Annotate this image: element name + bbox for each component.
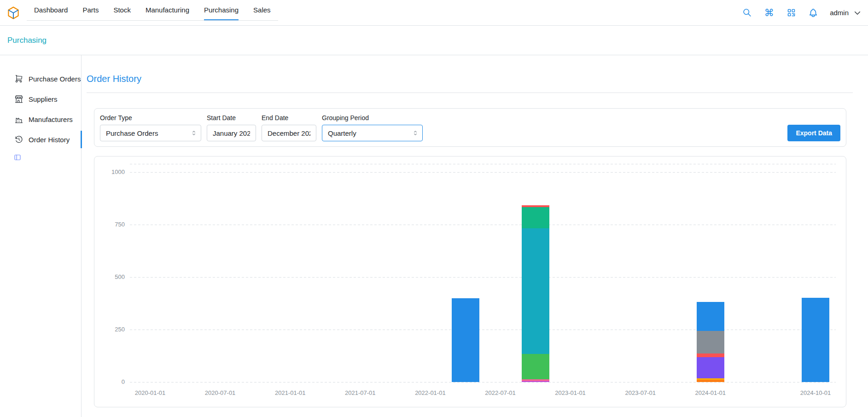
grouping-period-select[interactable]: Quarterly (322, 125, 423, 141)
header-actions: ⌘ admin (741, 0, 868, 25)
chart-gridline (130, 172, 836, 173)
start-date-group: Start Date (207, 114, 256, 141)
select-chevrons-icon (412, 130, 419, 136)
sidebar-item-order-history[interactable]: Order History (0, 129, 81, 150)
export-data-button[interactable]: Export Data (787, 125, 840, 141)
sidebar-item-manufacturers[interactable]: Manufacturers (0, 109, 81, 129)
order-type-value: Purchase Orders (106, 129, 158, 137)
user-menu[interactable]: admin (830, 9, 862, 17)
chart-gridline (130, 277, 836, 278)
sidebar-collapse-button[interactable] (13, 153, 22, 163)
page: Dashboard Parts Stock Manufacturing Purc… (0, 0, 868, 417)
command-icon: ⌘ (764, 8, 774, 17)
history-icon (14, 135, 23, 144)
breadcrumb: Purchasing (0, 26, 868, 55)
bar-segment (697, 380, 724, 382)
content: Purchase Orders Suppliers Manufacturers (0, 55, 868, 417)
bar-segment (452, 298, 479, 382)
end-date-group: End Date (262, 114, 316, 141)
app-logo[interactable] (6, 0, 20, 25)
x-axis-tick-label: 2022-01-01 (400, 389, 460, 396)
inventree-logo-icon (6, 6, 20, 20)
chart-gridline (130, 382, 836, 382)
select-chevrons-icon (191, 130, 197, 136)
tab-dashboard[interactable]: Dashboard (27, 0, 75, 20)
tab-manufacturing[interactable]: Manufacturing (138, 0, 197, 20)
grouping-period-value: Quarterly (328, 129, 356, 137)
tab-stock[interactable]: Stock (106, 0, 138, 20)
grouping-period-label: Grouping Period (322, 114, 423, 122)
order-type-group: Order Type Purchase Orders (100, 114, 201, 141)
search-icon (742, 8, 752, 17)
x-axis-tick-label: 2022-07-01 (471, 389, 530, 396)
filter-panel: Order Type Purchase Orders Start Date En… (94, 108, 846, 147)
sidebar: Purchase Orders Suppliers Manufacturers (0, 55, 82, 417)
bar-segment (522, 205, 549, 208)
tab-parts[interactable]: Parts (75, 0, 106, 20)
x-axis-tick-label: 2023-01-01 (541, 389, 600, 396)
tab-purchasing[interactable]: Purchasing (197, 0, 246, 20)
order-type-select[interactable]: Purchase Orders (100, 125, 201, 141)
notifications-button[interactable] (808, 7, 819, 18)
sidebar-item-label: Suppliers (29, 95, 58, 103)
sidebar-item-purchase-orders[interactable]: Purchase Orders (0, 69, 81, 89)
y-axis-tick-label: 750 (94, 221, 125, 228)
shopping-cart-icon (14, 74, 23, 83)
y-axis-tick-label: 500 (94, 273, 125, 280)
chart-gridline (130, 164, 836, 164)
breadcrumb-purchasing[interactable]: Purchasing (7, 36, 47, 45)
scan-button[interactable] (786, 7, 797, 18)
sidebar-item-suppliers[interactable]: Suppliers (0, 89, 81, 109)
tab-sales[interactable]: Sales (246, 0, 278, 20)
bar-segment (697, 378, 724, 380)
chart-plot: 025050075010002020-01-012020-07-012021-0… (94, 156, 846, 407)
bar-segment (522, 381, 549, 382)
y-axis-tick-label: 1000 (94, 168, 125, 175)
x-axis-tick-label: 2024-01-01 (681, 389, 740, 396)
search-button[interactable] (741, 7, 752, 18)
chart-gridline (130, 330, 836, 330)
x-axis-tick-label: 2020-01-01 (120, 389, 180, 396)
chart-card: 025050075010002020-01-012020-07-012021-0… (94, 156, 846, 407)
chart-gridline (130, 225, 836, 225)
y-axis-tick-label: 250 (94, 326, 125, 333)
sidebar-panel-icon (13, 153, 22, 162)
bar-segment (522, 207, 549, 228)
bell-icon (808, 8, 818, 18)
sidebar-item-label: Purchase Orders (29, 75, 81, 83)
spotlight-button[interactable]: ⌘ (763, 7, 775, 18)
bar-segment (522, 354, 549, 379)
bar-segment (802, 298, 829, 382)
chevron-down-icon (853, 9, 862, 17)
main-panel: Order History Order Type Purchase Orders… (82, 55, 868, 417)
app-header: Dashboard Parts Stock Manufacturing Purc… (0, 0, 868, 26)
x-axis-tick-label: 2020-07-01 (190, 389, 250, 396)
qr-scan-icon (786, 8, 796, 17)
x-axis-tick-label: 2021-01-01 (260, 389, 320, 396)
order-type-label: Order Type (100, 114, 201, 122)
username: admin (830, 9, 849, 17)
bar-segment (522, 228, 549, 354)
main-nav-tabs: Dashboard Parts Stock Manufacturing Purc… (27, 0, 278, 21)
bar-segment (522, 379, 549, 381)
y-axis-tick-label: 0 (94, 378, 125, 385)
bar-segment (697, 353, 724, 357)
title-divider (87, 93, 853, 93)
x-axis-tick-label: 2023-07-01 (611, 389, 670, 396)
sidebar-item-label: Manufacturers (29, 116, 73, 123)
start-date-input[interactable] (207, 125, 256, 141)
bar-segment (697, 357, 724, 378)
grouping-period-group: Grouping Period Quarterly (322, 114, 423, 141)
bar-segment (697, 331, 724, 353)
page-title: Order History (87, 74, 868, 84)
start-date-label: Start Date (207, 114, 256, 122)
building-store-icon (14, 94, 23, 104)
bar-segment (697, 302, 724, 331)
end-date-input[interactable] (262, 125, 316, 141)
sidebar-item-label: Order History (29, 136, 70, 144)
factory-icon (14, 115, 23, 124)
x-axis-tick-label: 2024-10-01 (786, 389, 845, 396)
x-axis-tick-label: 2021-07-01 (330, 389, 390, 396)
end-date-label: End Date (262, 114, 316, 122)
